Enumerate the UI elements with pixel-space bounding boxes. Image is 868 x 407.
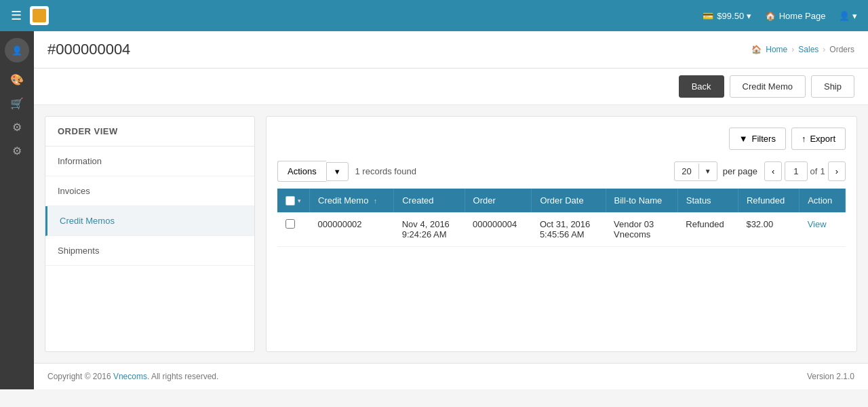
settings-icon[interactable]: ⚙ [12,144,22,157]
page-total: 1 [820,166,825,176]
col-created: Created [394,189,465,212]
content-area: ▼ Filters ↑ Export Actions ▼ 1 records f… [266,116,857,352]
copyright-label: Copyright © 2016 [47,372,113,381]
credit-memo-button[interactable]: Credit Memo [730,75,806,98]
cell-bill-to-name: Vendor 03Vnecoms [606,212,677,247]
col-status: Status [677,189,738,212]
breadcrumb: 🏠 Home › Sales › Orders [751,45,854,54]
order-view-sidebar: ORDER VIEW Information Invoices Credit M… [45,116,255,352]
homepage-label: Home Page [779,11,826,21]
hamburger-icon[interactable]: ☰ [11,8,22,23]
sub-header: #000000004 🏠 Home › Sales › Orders [34,31,868,69]
records-count: 1 records found [355,166,668,176]
col-order: Order [465,189,532,212]
content-toolbar: ▼ Filters ↑ Export [277,128,846,150]
breadcrumb-sep2: › [823,45,825,54]
home-breadcrumb-icon: 🏠 [751,45,762,54]
table-row: 000000002 Nov 4, 20169:24:26 AM 00000000… [277,212,846,247]
row-checkbox[interactable] [285,219,295,229]
cell-credit-memo: 000000002 [310,212,394,247]
top-nav: ☰ 💳 $99.50 ▾ 🏠 Home Page 👤 ▾ [0,0,868,31]
sidebar-item-information[interactable]: Information [45,147,254,176]
action-bar: Back Credit Memo Ship [34,69,868,105]
table-toolbar: Actions ▼ 1 records found 20 ▼ per page … [277,161,846,182]
col-refunded: Refunded [738,189,799,212]
actions-dropdown[interactable]: Actions ▼ [277,161,349,182]
palette-icon[interactable]: 🎨 [10,73,24,86]
version-label: Version 2.1.0 [807,372,854,381]
balance-icon: 💳 [703,11,713,21]
col-action: Action [800,189,846,212]
user-nav-item[interactable]: 👤 ▾ [839,11,857,21]
avatar: 👤 [5,38,29,62]
prev-page-button[interactable]: ‹ [764,161,782,181]
export-label: Export [810,134,835,144]
breadcrumb-sep1: › [791,45,794,54]
sidebar-item-credit-memos[interactable]: Credit Memos [45,206,254,236]
ship-button[interactable]: Ship [811,75,854,98]
balance-nav-item[interactable]: 💳 $99.50 ▾ [703,11,751,21]
logo [30,6,49,25]
cell-order-date: Oct 31, 20165:45:56 AM [532,212,606,247]
copyright-text: Copyright © 2016 Vnecoms. All rights res… [47,372,218,381]
homepage-nav-item[interactable]: 🏠 Home Page [765,11,826,21]
pagination: ‹ 1 of 1 › [764,161,846,181]
filters-button[interactable]: ▼ Filters [729,128,786,150]
icon-sidebar: 👤 🎨 🛒 ⚙ ⚙ [0,31,34,389]
page-number: 1 [785,161,807,181]
col-order-date: Order Date [532,189,606,212]
per-page-arrow[interactable]: ▼ [698,163,717,179]
home-icon: 🏠 [765,11,776,21]
col-bill-to-name: Bill-to Name [606,189,677,212]
sidebar-item-shipments[interactable]: Shipments [45,236,254,266]
export-button[interactable]: ↑ Export [791,128,846,150]
footer: Copyright © 2016 Vnecoms. All rights res… [34,363,868,389]
cart-icon[interactable]: 🛒 [10,97,24,110]
back-button[interactable]: Back [679,75,724,98]
cell-refunded: $32.00 [738,212,799,247]
per-page-value: 20 [675,162,698,180]
cell-order: 000000004 [465,212,532,247]
balance-label: $99.50 ▾ [717,11,751,21]
breadcrumb-orders: Orders [829,45,854,54]
gear-icon[interactable]: ⚙ [12,121,22,134]
rights-label: . All rights reserved. [147,372,218,381]
breadcrumb-sales[interactable]: Sales [798,45,818,54]
select-all-header[interactable]: ▾ [277,189,310,212]
brand-link[interactable]: Vnecoms [113,372,147,381]
cell-action[interactable]: View [800,212,846,247]
page-of: of [810,166,818,176]
filter-icon: ▼ [739,134,748,144]
export-icon: ↑ [802,134,806,144]
actions-main-button[interactable]: Actions [277,161,326,182]
credit-memos-table: ▾ Credit Memo ↑ Created Order Order Date… [277,189,846,247]
sidebar-title: ORDER VIEW [45,117,254,147]
sidebar-item-invoices[interactable]: Invoices [45,176,254,206]
view-link[interactable]: View [808,219,827,229]
per-page-select[interactable]: 20 ▼ [674,161,717,181]
main-layout: ORDER VIEW Information Invoices Credit M… [34,105,868,363]
per-page-wrap: 20 ▼ per page [674,161,757,181]
next-page-button[interactable]: › [828,161,846,181]
page-title: #000000004 [47,41,130,58]
actions-caret-button[interactable]: ▼ [326,162,349,181]
col-credit-memo[interactable]: Credit Memo ↑ [310,189,394,212]
cell-created: Nov 4, 20169:24:26 AM [394,212,465,247]
breadcrumb-home[interactable]: Home [766,45,787,54]
filters-label: Filters [752,134,776,144]
cell-status: Refunded [677,212,738,247]
row-checkbox-cell[interactable] [277,212,310,247]
per-page-label: per page [723,166,757,176]
user-icon: 👤 ▾ [839,11,857,21]
